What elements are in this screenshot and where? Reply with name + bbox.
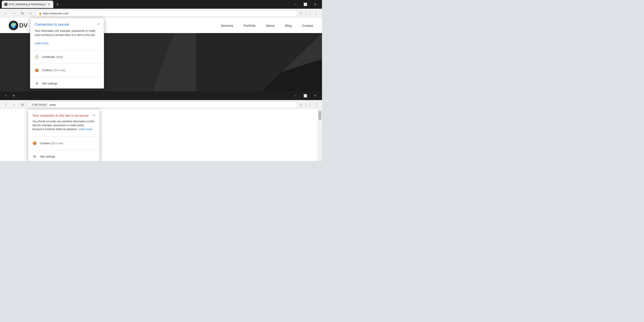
close-button[interactable]: ✕ [310,0,320,9]
extensions-icon-bottom[interactable]: ⋮⋮ [304,103,311,107]
lock-icon: 🔒 [38,12,42,15]
popup-header-top: Connection is secure × [30,18,104,29]
top-browser-window: DVS | Marketing & Advertising A ✕ + ─ ⬜ … [0,0,322,92]
tab-close-button[interactable]: ✕ [47,2,51,6]
certificate-item[interactable]: 📋 Certificate (Valid) [30,52,104,62]
popup-learn-more-bottom[interactable]: Learn more [79,128,92,131]
scrollbar-indicator[interactable] [318,111,321,120]
logo-text: DV [19,22,28,29]
window-controls-bottom: ─ ⬜ ✕ [290,92,320,100]
popup-description-top: Your information (for example, passwords… [34,29,100,37]
not-secure-badge: ℹ Not secure [30,103,48,107]
cookies-icon-top: 🍪 [34,68,39,72]
maximize-button[interactable]: ⬜ [300,0,310,9]
not-secure-icon: ℹ [32,103,33,106]
new-tab-button[interactable]: + [54,1,61,8]
site-navigation: Services Portfolio About Blog Contact [221,24,314,28]
popup-close-button-top[interactable]: × [98,22,100,26]
popup-divider-bottom-2 [28,150,100,150]
url-text: https://www.dvs.com [43,12,295,15]
popup-divider-bottom-1 [28,136,100,137]
active-tab[interactable]: DVS | Marketing & Advertising A ✕ [2,1,53,8]
popup-header-bottom: Your connection to this site is not secu… [28,110,100,120]
popup-close-button-bottom[interactable]: × [93,114,95,117]
new-tab-button-bottom[interactable]: + [10,92,17,99]
site-settings-label-bottom: Site settings [40,155,55,158]
site-settings-item-bottom[interactable]: ⚙ Site settings [28,152,100,161]
inactive-tab-bottom[interactable]: ✕ [2,92,10,100]
menu-button[interactable]: ⋮ [313,10,320,16]
not-secure-label: Not secure [34,103,46,106]
settings-icon-bottom: ⚙ [32,154,37,158]
certificate-status: (Valid) [56,56,63,58]
refresh-button[interactable]: ↻ [19,10,26,16]
popup-divider-2 [30,64,104,64]
security-popup-bottom: Your connection to this site is not secu… [28,109,100,161]
tab-close-bottom[interactable]: ✕ [4,94,7,98]
popup-learn-more-top[interactable]: Learn more [34,42,48,45]
bottom-browser-window: ✕ + ─ ⬜ ✕ ‹ › ↻ ℹ Not secure www. ☆ ⋮⋮ ⋮ [0,92,322,161]
address-bar-bottom: ‹ › ↻ ℹ Not secure www. ☆ ⋮⋮ ⋮ [0,100,322,109]
site-logo: 🌍 DV [9,21,28,30]
extensions-icon[interactable]: ⋮⋮ [304,11,311,16]
cookies-item-bottom[interactable]: 🍪 Cookies (20 in use) [28,138,100,148]
nav-about[interactable]: About [266,24,274,28]
url-field[interactable]: 🔒 https://www.dvs.com [36,10,298,16]
menu-button-bottom[interactable]: ⋮ [313,102,320,108]
cookies-item-top[interactable]: 🍪 Cookies (15 in use) [30,66,104,75]
certificate-icon: 📋 [34,55,39,59]
url-text-bottom: www. [50,103,295,106]
certificate-label: Certificate (Valid) [42,55,63,58]
logo-globe-icon: 🌍 [9,21,18,30]
bottom-sidebar [318,109,322,161]
cookies-label-bottom: Cookies (20 in use) [40,142,63,145]
cookies-count-bottom: (20 in use) [51,142,63,145]
window-controls: ─ ⬜ ✕ [290,0,320,9]
cookies-count-top: (15 in use) [53,69,66,72]
address-bar-top: ‹ › ↻ ⌂ 🔒 https://www.dvs.com ☆ ⋮⋮ ⋮ [0,9,322,18]
forward-button-bottom[interactable]: › [11,102,18,108]
minimize-button[interactable]: ─ [290,0,300,9]
home-button[interactable]: ⌂ [28,10,34,16]
tab-bar-bottom: ✕ + ─ ⬜ ✕ [0,92,322,100]
site-settings-label-top: Site settings [42,82,58,85]
bookmark-icon[interactable]: ☆ [299,11,302,16]
tab-bar-top: DVS | Marketing & Advertising A ✕ + ─ ⬜ … [0,0,322,9]
forward-button[interactable]: › [11,10,18,16]
popup-divider-1 [30,50,104,50]
popup-title-insecure: Your connection to this site is not secu… [32,114,89,117]
minimize-button-bottom[interactable]: ─ [290,92,300,100]
popup-body-bottom: You should not enter any sensitive infor… [28,120,100,135]
cookies-icon-bottom: 🍪 [32,141,37,145]
bookmark-icon-bottom[interactable]: ☆ [299,103,302,107]
tab-favicon [4,3,8,6]
settings-icon-top: ⚙ [34,81,39,86]
nav-portfolio[interactable]: Portfolio [244,24,256,28]
nav-contact[interactable]: Contact [302,24,313,28]
back-button-bottom[interactable]: ‹ [2,102,9,108]
cookies-label-top: Cookies (15 in use) [42,68,65,72]
close-button-bottom[interactable]: ✕ [310,92,320,100]
popup-body-top: Your information (for example, passwords… [30,29,104,48]
tab-title: DVS | Marketing & Advertising A [9,3,46,6]
nav-blog[interactable]: Blog [285,24,292,28]
site-settings-item-top[interactable]: ⚙ Site settings [30,79,104,88]
popup-description-bottom: You should not enter any sensitive infor… [32,120,95,131]
maximize-button-bottom[interactable]: ⬜ [300,92,310,100]
back-button[interactable]: ‹ [2,10,9,16]
refresh-button-bottom[interactable]: ↻ [19,102,26,108]
url-field-bottom[interactable]: ℹ Not secure www. [28,102,298,108]
popup-divider-3 [30,77,104,77]
popup-title-secure: Connection is secure [34,22,69,27]
security-popup-top: Connection is secure × Your information … [30,18,104,88]
nav-services[interactable]: Services [221,24,234,28]
